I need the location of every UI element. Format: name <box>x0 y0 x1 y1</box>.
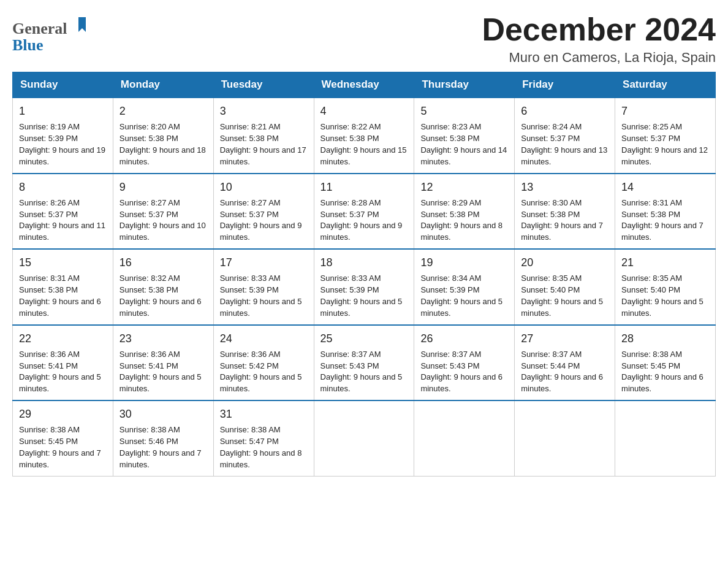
day-sunrise: Sunrise: 8:26 AM <box>19 198 80 207</box>
day-sunrise: Sunrise: 8:38 AM <box>119 425 180 434</box>
day-daylight: Daylight: 9 hours and 5 minutes. <box>119 372 202 393</box>
main-title: December 2024 <box>482 12 716 47</box>
day-daylight: Daylight: 9 hours and 5 minutes. <box>521 297 603 318</box>
day-sunset: Sunset: 5:38 PM <box>220 134 279 143</box>
day-sunset: Sunset: 5:38 PM <box>420 210 479 219</box>
day-sunset: Sunset: 5:44 PM <box>521 361 580 370</box>
empty-cell <box>615 400 716 476</box>
calendar-day-17: 17Sunrise: 8:33 AMSunset: 5:39 PMDayligh… <box>213 249 314 324</box>
logo: General Blue <box>12 12 92 55</box>
day-number: 20 <box>521 255 609 270</box>
day-sunrise: Sunrise: 8:38 AM <box>19 425 80 434</box>
day-number: 11 <box>320 179 408 195</box>
calendar-week-1: 1Sunrise: 8:19 AMSunset: 5:39 PMDaylight… <box>13 98 716 173</box>
calendar-day-18: 18Sunrise: 8:33 AMSunset: 5:39 PMDayligh… <box>314 249 414 324</box>
day-sunrise: Sunrise: 8:35 AM <box>621 274 682 283</box>
calendar-day-31: 31Sunrise: 8:38 AMSunset: 5:47 PMDayligh… <box>213 400 314 476</box>
day-number: 7 <box>621 103 709 119</box>
day-number: 31 <box>220 406 308 422</box>
day-sunrise: Sunrise: 8:25 AM <box>621 122 682 131</box>
day-number: 22 <box>19 331 107 347</box>
day-sunrise: Sunrise: 8:24 AM <box>521 122 582 131</box>
day-number: 29 <box>19 406 107 422</box>
day-daylight: Daylight: 9 hours and 5 minutes. <box>19 372 101 393</box>
day-number: 19 <box>420 255 508 270</box>
day-number: 16 <box>119 255 207 270</box>
empty-cell <box>515 400 615 476</box>
day-sunset: Sunset: 5:42 PM <box>220 361 279 370</box>
calendar-header-row: SundayMondayTuesdayWednesdayThursdayFrid… <box>13 72 716 98</box>
day-number: 9 <box>119 179 207 195</box>
day-daylight: Daylight: 9 hours and 6 minutes. <box>420 372 502 393</box>
day-sunrise: Sunrise: 8:31 AM <box>621 198 682 207</box>
day-sunrise: Sunrise: 8:31 AM <box>19 274 80 283</box>
day-daylight: Daylight: 9 hours and 13 minutes. <box>521 145 607 166</box>
day-number: 17 <box>220 255 308 270</box>
day-sunrise: Sunrise: 8:38 AM <box>220 425 281 434</box>
calendar-day-12: 12Sunrise: 8:29 AMSunset: 5:38 PMDayligh… <box>414 174 515 249</box>
day-number: 12 <box>420 179 508 195</box>
day-sunset: Sunset: 5:39 PM <box>420 285 479 294</box>
day-sunset: Sunset: 5:38 PM <box>420 134 479 143</box>
day-header-monday: Monday <box>113 72 213 98</box>
day-sunrise: Sunrise: 8:22 AM <box>320 122 381 131</box>
calendar-day-14: 14Sunrise: 8:31 AMSunset: 5:38 PMDayligh… <box>615 174 716 249</box>
day-number: 21 <box>621 255 709 270</box>
day-daylight: Daylight: 9 hours and 10 minutes. <box>119 221 206 242</box>
day-header-wednesday: Wednesday <box>314 72 414 98</box>
day-daylight: Daylight: 9 hours and 5 minutes. <box>320 297 403 318</box>
calendar-day-25: 25Sunrise: 8:37 AMSunset: 5:43 PMDayligh… <box>314 325 414 400</box>
day-daylight: Daylight: 9 hours and 8 minutes. <box>420 221 502 242</box>
day-sunset: Sunset: 5:38 PM <box>19 285 78 294</box>
day-daylight: Daylight: 9 hours and 5 minutes. <box>220 372 302 393</box>
day-daylight: Daylight: 9 hours and 11 minutes. <box>19 221 105 242</box>
title-area: December 2024 Muro en Cameros, La Rioja,… <box>482 12 716 66</box>
day-sunrise: Sunrise: 8:34 AM <box>420 274 481 283</box>
day-sunset: Sunset: 5:45 PM <box>621 361 680 370</box>
day-sunrise: Sunrise: 8:35 AM <box>521 274 582 283</box>
day-sunset: Sunset: 5:39 PM <box>220 285 279 294</box>
day-sunrise: Sunrise: 8:28 AM <box>320 198 381 207</box>
svg-marker-1 <box>78 17 86 32</box>
day-sunset: Sunset: 5:38 PM <box>521 210 580 219</box>
day-sunrise: Sunrise: 8:30 AM <box>521 198 582 207</box>
day-sunset: Sunset: 5:47 PM <box>220 437 279 446</box>
day-daylight: Daylight: 9 hours and 6 minutes. <box>19 297 101 318</box>
day-number: 1 <box>19 103 107 119</box>
day-daylight: Daylight: 9 hours and 15 minutes. <box>320 145 407 166</box>
day-sunrise: Sunrise: 8:37 AM <box>521 350 582 359</box>
day-sunset: Sunset: 5:37 PM <box>521 134 580 143</box>
day-sunset: Sunset: 5:38 PM <box>119 285 178 294</box>
day-number: 27 <box>521 331 609 347</box>
day-number: 18 <box>320 255 408 270</box>
calendar-day-24: 24Sunrise: 8:36 AMSunset: 5:42 PMDayligh… <box>213 325 314 400</box>
calendar-day-29: 29Sunrise: 8:38 AMSunset: 5:45 PMDayligh… <box>13 400 113 476</box>
calendar-day-15: 15Sunrise: 8:31 AMSunset: 5:38 PMDayligh… <box>13 249 113 324</box>
calendar-day-1: 1Sunrise: 8:19 AMSunset: 5:39 PMDaylight… <box>13 98 113 173</box>
day-sunset: Sunset: 5:38 PM <box>621 210 680 219</box>
calendar-week-5: 29Sunrise: 8:38 AMSunset: 5:45 PMDayligh… <box>13 400 716 476</box>
day-sunrise: Sunrise: 8:36 AM <box>19 350 80 359</box>
day-sunrise: Sunrise: 8:33 AM <box>220 274 281 283</box>
calendar-day-9: 9Sunrise: 8:27 AMSunset: 5:37 PMDaylight… <box>113 174 213 249</box>
day-number: 4 <box>320 103 408 119</box>
day-sunrise: Sunrise: 8:37 AM <box>420 350 481 359</box>
day-number: 24 <box>220 331 308 347</box>
calendar-day-5: 5Sunrise: 8:23 AMSunset: 5:38 PMDaylight… <box>414 98 515 173</box>
calendar-day-26: 26Sunrise: 8:37 AMSunset: 5:43 PMDayligh… <box>414 325 515 400</box>
day-daylight: Daylight: 9 hours and 12 minutes. <box>621 145 708 166</box>
day-daylight: Daylight: 9 hours and 5 minutes. <box>320 372 403 393</box>
day-sunset: Sunset: 5:37 PM <box>621 134 680 143</box>
day-daylight: Daylight: 9 hours and 5 minutes. <box>420 297 502 318</box>
day-sunset: Sunset: 5:38 PM <box>119 134 178 143</box>
empty-cell <box>314 400 414 476</box>
calendar-day-10: 10Sunrise: 8:27 AMSunset: 5:37 PMDayligh… <box>213 174 314 249</box>
day-number: 2 <box>119 103 207 119</box>
day-sunset: Sunset: 5:37 PM <box>320 210 379 219</box>
day-header-sunday: Sunday <box>13 72 113 98</box>
day-daylight: Daylight: 9 hours and 6 minutes. <box>621 372 703 393</box>
day-sunrise: Sunrise: 8:23 AM <box>420 122 481 131</box>
calendar-day-30: 30Sunrise: 8:38 AMSunset: 5:46 PMDayligh… <box>113 400 213 476</box>
day-sunrise: Sunrise: 8:21 AM <box>220 122 281 131</box>
day-number: 14 <box>621 179 709 195</box>
